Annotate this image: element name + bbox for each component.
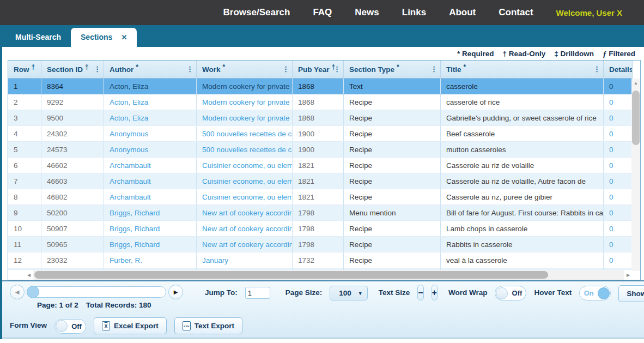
cell-work[interactable]: Modern cookery for private f...	[197, 110, 293, 125]
jump-to-input[interactable]	[245, 287, 270, 299]
required-marker: *	[136, 63, 138, 71]
column-header-section-type[interactable]: Section Type*⋮	[344, 61, 441, 78]
table-row[interactable]: 29292Acton, ElizaModern cookery for priv…	[8, 94, 633, 110]
text-size-increase-button[interactable]: +	[432, 285, 438, 300]
welcome-user-text[interactable]: Welcome, User X	[556, 8, 622, 17]
cell-details[interactable]: 0	[604, 142, 633, 157]
cell-author[interactable]: Briggs, Richard	[104, 237, 197, 252]
cell-details[interactable]: 0	[604, 205, 633, 220]
column-menu-icon[interactable]: ⋮	[282, 65, 289, 73]
table-row[interactable]: 524573Anonymous500 nouvelles recettes de…	[8, 142, 633, 158]
cell-author[interactable]: Archambault	[104, 158, 197, 173]
cell-author[interactable]: Acton, Eliza	[104, 110, 197, 125]
column-header-pub-year[interactable]: Pub Year†⋮	[293, 61, 344, 78]
cell-work[interactable]: Cuisinier econome, ou eleme...	[197, 158, 293, 173]
table-row[interactable]: 1150965Briggs, RichardNew art of cookery…	[8, 237, 633, 252]
cell-details[interactable]: 0	[604, 79, 633, 94]
column-header-work[interactable]: Work*⋮	[197, 61, 293, 78]
cell-work[interactable]: January	[197, 252, 293, 268]
scroll-up-icon[interactable]: ▲	[631, 79, 640, 88]
scroll-right-icon[interactable]: ▶	[624, 273, 633, 278]
cell-work[interactable]: 500 nouvelles recettes de cui...	[197, 142, 293, 157]
horizontal-scrollbar-track[interactable]	[33, 270, 624, 280]
cell-work[interactable]: Modern cookery for private f...	[197, 94, 293, 110]
cell-details[interactable]: 0	[604, 221, 633, 236]
column-menu-icon[interactable]: ⋮	[430, 65, 438, 73]
page-slider-thumb[interactable]	[27, 286, 39, 298]
column-header-row[interactable]: Row†	[8, 61, 41, 78]
nav-news[interactable]: News	[355, 7, 379, 18]
required-marker: *	[397, 63, 399, 71]
cell-author[interactable]: Furber, R.	[104, 252, 197, 268]
hover-text-toggle[interactable]: On	[579, 286, 611, 300]
table-row[interactable]: 1050907Briggs, RichardNew art of cookery…	[8, 221, 633, 237]
tab-multi-search[interactable]: Multi-Search	[5, 28, 71, 47]
next-page-button[interactable]: ▶	[168, 285, 183, 299]
cell-author[interactable]: Acton, Eliza	[104, 79, 197, 94]
column-header-title[interactable]: Title*⋮	[441, 61, 604, 78]
nav-faq[interactable]: FAQ	[313, 7, 332, 18]
horizontal-scrollbar-thumb[interactable]	[34, 271, 548, 279]
table-row[interactable]: 846802ArchambaultCuisinier econome, ou e…	[8, 189, 633, 205]
cell-author[interactable]: Briggs, Richard	[104, 221, 197, 236]
column-header-author[interactable]: Author*⋮	[104, 61, 197, 78]
tab-sections[interactable]: Sections ✕	[71, 28, 137, 47]
nav-browse-search[interactable]: Browse/Search	[223, 7, 290, 18]
table-row[interactable]: 39500Acton, ElizaModern cookery for priv…	[8, 110, 633, 126]
cell-details[interactable]: 0	[604, 173, 633, 189]
vertical-scrollbar[interactable]: ▲	[631, 79, 640, 271]
column-header-details[interactable]: Details	[604, 61, 633, 78]
form-view-toggle[interactable]: Off	[54, 319, 86, 334]
text-export-button[interactable]: csv Text Export	[174, 317, 242, 334]
page-slider[interactable]	[27, 286, 166, 298]
table-row[interactable]: 424302Anonymous500 nouvelles recettes de…	[8, 126, 633, 142]
cell-details[interactable]: 0	[604, 252, 633, 268]
table-row[interactable]: 950200Briggs, RichardNew art of cookery …	[8, 205, 633, 221]
cell-details[interactable]: 0	[604, 189, 633, 204]
cell-author[interactable]: Acton, Eliza	[104, 94, 197, 110]
scroll-left-icon[interactable]: ◀	[25, 273, 33, 278]
cell-author[interactable]: Briggs, Richard	[104, 205, 197, 220]
column-menu-icon[interactable]: ⋮	[333, 65, 341, 73]
column-header-section-id[interactable]: Section ID†⋮	[41, 61, 104, 78]
column-menu-icon[interactable]: ⋮	[186, 65, 193, 73]
horizontal-scrollbar[interactable]: ◀ ▶	[8, 270, 633, 280]
cell-author[interactable]: Archambault	[104, 189, 197, 204]
column-menu-icon[interactable]: ⋮	[94, 65, 101, 73]
cell-details[interactable]: 0	[604, 158, 633, 173]
cell-work[interactable]: Cuisinier econome, ou eleme...	[197, 173, 293, 189]
cell-details[interactable]: 0	[604, 110, 633, 125]
cell-work[interactable]: Modern cookery for private f...	[197, 79, 293, 94]
grid-footer-panel: ◀ ▶ Page: 1 of 2 Total Records: 180 Jump…	[0, 280, 644, 339]
nav-links[interactable]: Links	[402, 7, 426, 18]
table-row[interactable]: 646602ArchambaultCuisinier econome, ou e…	[8, 158, 633, 173]
cell-author[interactable]: Anonymous	[104, 126, 197, 141]
cell-work[interactable]: New art of cookery accordin...	[197, 205, 293, 220]
text-size-decrease-button[interactable]: −	[417, 285, 423, 300]
cell-title: Lamb chops in casserole	[441, 221, 604, 236]
table-row[interactable]: 18364Acton, ElizaModern cookery for priv…	[8, 79, 633, 94]
page-size-select[interactable]: 100 ▼	[330, 286, 367, 300]
excel-export-button[interactable]: x Excel Export	[94, 317, 167, 334]
cell-details[interactable]: 0	[604, 94, 633, 110]
nav-about[interactable]: About	[449, 7, 476, 18]
cell-author[interactable]: Archambault	[104, 173, 197, 189]
left-border-strip	[0, 25, 2, 339]
cell-author[interactable]: Anonymous	[104, 142, 197, 157]
vertical-scrollbar-thumb[interactable]	[632, 91, 640, 145]
word-wrap-toggle[interactable]: Off	[495, 286, 526, 300]
cell-work[interactable]: New art of cookery accordin...	[197, 237, 293, 252]
cell-work[interactable]: Cuisinier econome, ou eleme...	[197, 189, 293, 204]
cell-details[interactable]: 0	[604, 237, 633, 252]
close-icon[interactable]: ✕	[121, 33, 127, 41]
cell-work[interactable]: 500 nouvelles recettes de cui...	[197, 126, 293, 141]
cell-title: Casserole au riz de volaille	[441, 158, 604, 173]
nav-contact[interactable]: Contact	[499, 7, 533, 18]
show-all-button[interactable]: Show All	[618, 285, 644, 302]
table-row[interactable]: 746603ArchambaultCuisinier econome, ou e…	[8, 173, 633, 189]
cell-details[interactable]: 0	[604, 126, 633, 141]
table-row[interactable]: 1223032Furber, R.January1732Recipeveal à…	[8, 252, 633, 268]
prev-page-button[interactable]: ◀	[10, 285, 25, 299]
cell-work[interactable]: New art of cookery accordin...	[197, 221, 293, 236]
column-menu-icon[interactable]: ⋮	[593, 65, 600, 73]
